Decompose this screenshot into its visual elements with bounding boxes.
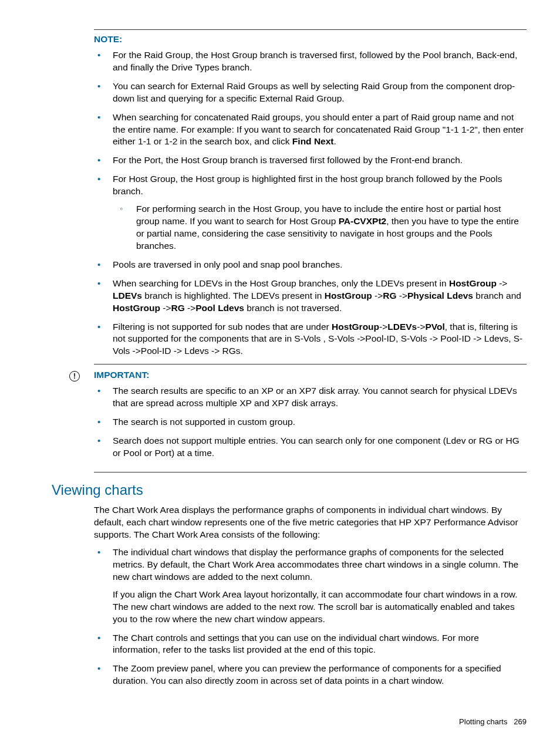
list-item: For Host Group, the Host group is highli… — [94, 173, 527, 252]
important-list: The search results are specific to an XP… — [94, 385, 527, 460]
list-text: branch is not traversed. — [244, 303, 342, 313]
list-text: . — [333, 136, 336, 146]
list-item: Search does not support multiple entries… — [94, 435, 527, 460]
inline-bold: PVol — [425, 322, 444, 332]
footer-section: Plotting charts — [459, 717, 507, 726]
intro-paragraph: The Chart Work Area displays the perform… — [94, 504, 527, 541]
sub-list: For performing search in the Host Group,… — [113, 203, 527, 252]
list-text: For the Port, the Host Group branch is t… — [113, 155, 463, 165]
inline-bold: Pool Ldevs — [195, 303, 244, 313]
inline-bold: Physical Ldevs — [407, 291, 473, 301]
list-text: The Chart controls and settings that you… — [113, 633, 479, 655]
list-item: The Zoom preview panel, where you can pr… — [94, 663, 527, 687]
list-text: -> — [379, 322, 387, 332]
inline-bold: HostGroup — [449, 278, 497, 288]
list-text: Filtering is not supported for sub nodes… — [113, 322, 332, 332]
list-text: -> — [372, 291, 383, 301]
inline-bold: RG — [171, 303, 184, 313]
footer-page-number: 269 — [514, 717, 527, 726]
important-block: ! IMPORTANT: The search results are spec… — [52, 369, 527, 466]
important-content: IMPORTANT: The search results are specif… — [94, 369, 527, 466]
viewing-charts-list: The individual chart windows that displa… — [94, 546, 527, 687]
inline-bold: LDEVs — [387, 322, 417, 332]
list-item: For the Raid Group, the Host Group branc… — [94, 49, 527, 74]
inline-bold: HostGroup — [332, 322, 379, 332]
note-list: For the Raid Group, the Host Group branc… — [94, 49, 527, 357]
note-top-rule — [94, 29, 527, 30]
list-item: The search results are specific to an XP… — [94, 385, 527, 410]
exclaim-icon: ! — [69, 371, 80, 382]
inline-bold: HostGroup — [113, 303, 160, 313]
note-bottom-rule — [94, 364, 527, 364]
list-text: branch is highlighted. The LDEVs present… — [142, 291, 325, 301]
list-text: -> — [396, 291, 407, 301]
list-text: branch and — [473, 291, 521, 301]
list-text: The Zoom preview panel, where you can pr… — [113, 663, 501, 686]
inline-bold: RG — [383, 291, 396, 301]
page-footer: Plotting charts 269 — [459, 717, 527, 727]
list-text: The search is not supported in custom gr… — [113, 417, 295, 427]
page-content: NOTE: For the Raid Group, the Host Group… — [0, 0, 560, 687]
list-text: -> — [497, 278, 508, 288]
list-text: For Host Group, the Host group is highli… — [113, 174, 502, 196]
list-text: Search does not support multiple entries… — [113, 436, 519, 458]
sub-list-item: For performing search in the Host Group,… — [113, 203, 527, 252]
note-label: NOTE: — [94, 33, 527, 46]
list-item: Filtering is not supported for sub nodes… — [94, 321, 527, 358]
list-text: -> — [417, 322, 425, 332]
important-label: IMPORTANT: — [94, 369, 527, 382]
inline-bold: LDEVs — [113, 291, 142, 301]
section-heading: Viewing charts — [52, 481, 527, 499]
inline-bold: HostGroup — [325, 291, 372, 301]
list-item: The individual chart windows that displa… — [94, 546, 527, 626]
inline-bold: Find Next — [292, 136, 334, 146]
list-text: For the Raid Group, the Host Group branc… — [113, 50, 517, 72]
inline-bold: PA-CVXPt2 — [339, 216, 387, 226]
list-item: When searching for concatenated Raid gro… — [94, 112, 527, 148]
list-text: The search results are specific to an XP… — [113, 386, 517, 408]
list-item: Pools are traversed in only pool and sna… — [94, 259, 527, 271]
list-text: -> — [160, 303, 171, 313]
list-paragraph: If you align the Chart Work Area layout … — [113, 589, 527, 626]
list-item: The search is not supported in custom gr… — [94, 416, 527, 428]
important-icon-col: ! — [52, 369, 94, 382]
list-text: -> — [185, 303, 196, 313]
list-text: The individual chart windows that displa… — [113, 547, 518, 582]
list-item: When searching for LDEVs in the Host Gro… — [94, 278, 527, 315]
list-item: You can search for External Raid Groups … — [94, 80, 527, 105]
list-item: The Chart controls and settings that you… — [94, 632, 527, 657]
list-text: When searching for LDEVs in the Host Gro… — [113, 278, 449, 288]
list-text: You can search for External Raid Groups … — [113, 81, 515, 103]
important-bottom-rule — [94, 472, 527, 472]
list-item: For the Port, the Host Group branch is t… — [94, 154, 527, 167]
list-text: Pools are traversed in only pool and sna… — [113, 259, 342, 269]
